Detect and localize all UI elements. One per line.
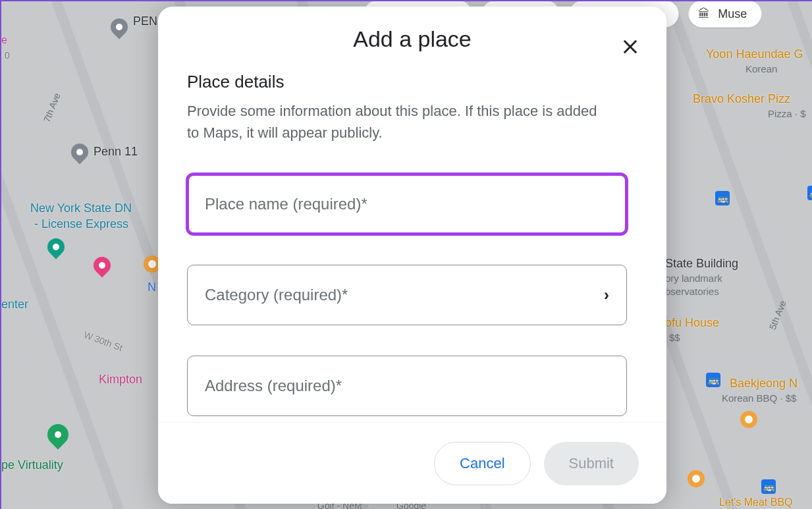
museum-icon: 🏛 <box>698 7 710 21</box>
category-placeholder: Category (required)* <box>205 286 348 304</box>
label-dmv-2: - License Express <box>34 217 128 231</box>
label-yoon-2: Korean <box>745 63 777 74</box>
label-penn11: Penn 11 <box>94 145 138 159</box>
chevron-right-icon: › <box>604 286 609 304</box>
modal-title-text: Add a place <box>353 26 472 51</box>
label-kimpton: Kimpton <box>99 373 142 387</box>
modal-header: Add a place <box>158 7 666 65</box>
chip-museums[interactable]: 🏛 Muse <box>688 1 762 28</box>
label-baek-1: Baekjeong N <box>730 377 798 390</box>
section-title: Place details <box>187 72 637 92</box>
map-pin-baek[interactable] <box>740 411 757 428</box>
close-icon[interactable] <box>620 37 640 57</box>
map-pin-orange-br[interactable] <box>688 470 705 487</box>
label-tofu-2: $$ <box>669 332 680 343</box>
label-yoon-1: Yoon Haeundae G <box>706 47 803 61</box>
label-pen: PEN <box>133 14 157 28</box>
label-esb-1: State Building <box>665 257 738 271</box>
submit-button[interactable]: Submit <box>544 442 639 485</box>
label-esb-2: ory landmark <box>665 273 722 284</box>
category-field[interactable]: Category (required)* › <box>187 265 627 325</box>
label-tofu-1: ofu House <box>665 316 719 330</box>
chip-label: Muse <box>718 7 747 21</box>
address-placeholder: Address (required)* <box>205 377 342 395</box>
cancel-button[interactable]: Cancel <box>434 442 530 485</box>
label-kosher-1: Bravo Kosher Pizz <box>693 92 790 106</box>
modal-scroll-body[interactable]: Place details Provide some information a… <box>158 65 666 422</box>
transit-icon-3[interactable]: 🚌 <box>706 373 720 387</box>
label-lets: Let's Meat BBQ <box>719 496 793 508</box>
label-virtuality: pe Virtuality <box>1 458 63 472</box>
cancel-button-label: Cancel <box>460 455 504 472</box>
add-place-modal: Add a place Place details Provide some i… <box>158 7 666 504</box>
place-name-field[interactable] <box>187 174 627 234</box>
label-dmv-1: New York State DN <box>30 201 132 215</box>
label-baek-2: Korean BBQ · $$ <box>722 392 796 404</box>
label-zero: 0 <box>5 50 10 61</box>
label-esb-3: bservatories <box>665 286 719 297</box>
section-description: Provide some information about this plac… <box>187 100 609 144</box>
place-name-input[interactable] <box>205 195 609 213</box>
transit-icon-2[interactable]: 🚌 <box>807 186 812 200</box>
transit-icon-1[interactable]: 🚌 <box>715 191 730 205</box>
label-enter: enter <box>1 298 28 311</box>
address-field[interactable]: Address (required)* <box>187 356 627 416</box>
transit-icon-4[interactable]: 🚌 <box>761 479 776 494</box>
submit-button-label: Submit <box>569 455 614 472</box>
label-n: N <box>148 281 156 294</box>
label-kosher-2: Pizza · $ <box>768 108 806 119</box>
label-e: e <box>1 34 7 46</box>
modal-footer: Cancel Submit <box>158 422 666 504</box>
